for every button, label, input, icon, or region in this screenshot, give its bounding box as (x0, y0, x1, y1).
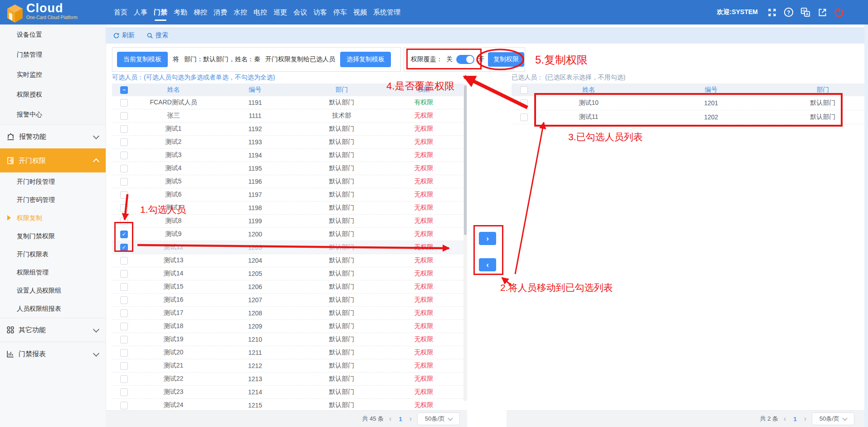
row-checkbox[interactable] (120, 257, 128, 265)
sidebar-item-人员权限组报表[interactable]: 人员权限组报表 (0, 299, 106, 318)
row-checkbox[interactable] (120, 165, 128, 172)
table-row[interactable]: 测试131204默认部门无权限 (112, 254, 463, 267)
move-to-selected-button[interactable]: › (479, 232, 496, 245)
page-scrollbar[interactable] (864, 25, 868, 427)
row-checkbox[interactable] (120, 99, 128, 107)
override-toggle[interactable] (456, 55, 474, 64)
sidebar-section-门禁报表[interactable]: 门禁报表 (0, 342, 106, 366)
search-button[interactable]: 搜索 (146, 31, 168, 39)
table-row[interactable]: 测试31194默认部门无权限 (112, 149, 463, 162)
table-row[interactable]: 测试41195默认部门无权限 (112, 162, 463, 175)
right-prev-page-button[interactable]: ‹ (782, 415, 787, 423)
row-checkbox[interactable] (120, 388, 128, 396)
nav-item-会议[interactable]: 会议 (292, 0, 309, 25)
sidebar-item-报警中心[interactable]: 报警中心 (0, 104, 106, 124)
table-row[interactable]: 测试181209默认部门无权限 (112, 320, 463, 333)
row-checkbox[interactable] (120, 231, 128, 238)
sidebar-item-开门密码管理[interactable]: 开门密码管理 (0, 191, 106, 209)
row-checkbox[interactable] (120, 178, 128, 186)
nav-item-梯控[interactable]: 梯控 (192, 0, 209, 25)
row-checkbox[interactable] (520, 113, 528, 121)
table-row[interactable]: 测试121203默认部门无权限 (112, 241, 463, 254)
table-row[interactable]: 测试81199默认部门无权限 (112, 215, 463, 228)
sidebar-item-门禁管理[interactable]: 门禁管理 (0, 44, 106, 64)
copy-permission-button[interactable]: 复制权限 (488, 52, 524, 67)
scrollbar-thumb[interactable] (464, 85, 467, 235)
row-checkbox[interactable] (120, 362, 128, 370)
table-row[interactable]: 测试61197默认部门无权限 (112, 188, 463, 201)
sidebar-section-报警功能[interactable]: 报警功能 (0, 124, 106, 148)
table-row[interactable]: 测试51196默认部门无权限 (112, 175, 463, 188)
row-checkbox[interactable] (120, 349, 128, 357)
nav-item-首页[interactable]: 首页 (112, 0, 129, 25)
sidebar-item-设备位置[interactable]: 设备位置 (0, 25, 106, 44)
left-page-size-select[interactable]: 50条/页 (417, 412, 460, 425)
sidebar-item-开门时段管理[interactable]: 开门时段管理 (0, 172, 106, 191)
select-all-checkbox[interactable] (520, 86, 528, 94)
table-row[interactable]: 测试191210默认部门无权限 (112, 333, 463, 346)
nav-item-消费[interactable]: 消费 (212, 0, 229, 25)
current-template-button[interactable]: 当前复制模板 (117, 52, 168, 67)
row-checkbox[interactable] (120, 283, 128, 291)
power-icon[interactable] (834, 7, 844, 18)
row-checkbox[interactable] (120, 309, 128, 317)
nav-item-巡更[interactable]: 巡更 (272, 0, 289, 25)
nav-item-人事[interactable]: 人事 (132, 0, 149, 25)
table-row[interactable]: 测试71198默认部门无权限 (112, 201, 463, 215)
move-to-available-button[interactable]: ‹ (479, 258, 496, 271)
table-row[interactable]: 测试171208默认部门无权限 (112, 307, 463, 320)
sidebar-item-权限复制[interactable]: 权限复制 (0, 209, 106, 227)
row-checkbox[interactable] (120, 296, 128, 304)
row-checkbox[interactable] (120, 323, 128, 330)
row-checkbox[interactable] (120, 402, 128, 409)
sidebar-item-开门权限表[interactable]: 开门权限表 (0, 245, 106, 263)
row-checkbox[interactable] (120, 336, 128, 344)
select-all-checkbox[interactable] (120, 86, 128, 94)
nav-item-停车[interactable]: 停车 (332, 0, 349, 25)
sidebar-item-权限组管理[interactable]: 权限组管理 (0, 263, 106, 281)
table-row[interactable]: FCARD测试人员1191默认部门有权限 (112, 96, 463, 109)
nav-item-水控[interactable]: 水控 (232, 0, 249, 25)
nav-item-门禁[interactable]: 门禁 (152, 0, 169, 25)
table-row[interactable]: 测试21193默认部门无权限 (112, 136, 463, 149)
row-checkbox[interactable] (120, 375, 128, 383)
table-row[interactable]: 测试221213默认部门无权限 (112, 373, 463, 386)
table-row[interactable]: 测试11192默认部门无权限 (112, 123, 463, 136)
table-row[interactable]: 测试91200默认部门无权限 (112, 228, 463, 241)
left-current-page[interactable]: 1 (397, 416, 404, 422)
sidebar-section-其它功能[interactable]: 其它功能 (0, 318, 106, 342)
row-checkbox[interactable] (120, 191, 128, 199)
help-icon[interactable]: ? (783, 7, 794, 18)
left-prev-page-button[interactable]: ‹ (388, 415, 393, 423)
nav-item-电控[interactable]: 电控 (252, 0, 269, 25)
select-template-button[interactable]: 选择复制模板 (340, 52, 391, 67)
row-checkbox[interactable] (120, 270, 128, 278)
row-checkbox[interactable] (120, 244, 128, 251)
sidebar-item-复制门禁权限[interactable]: 复制门禁权限 (0, 227, 106, 245)
row-checkbox[interactable] (120, 204, 128, 212)
sidebar-item-实时监控[interactable]: 实时监控 (0, 64, 106, 84)
left-next-page-button[interactable]: › (408, 415, 413, 423)
nav-item-访客[interactable]: 访客 (312, 0, 329, 25)
sidebar-item-设置人员权限组[interactable]: 设置人员权限组 (0, 281, 106, 299)
table-row[interactable]: 测试151206默认部门无权限 (112, 280, 463, 294)
table-row[interactable]: 测试141205默认部门无权限 (112, 267, 463, 280)
sidebar-section-开门权限[interactable]: 开门权限 (0, 148, 106, 172)
table-row[interactable]: 张三1111技术部无权限 (112, 109, 463, 123)
right-current-page[interactable]: 1 (791, 416, 798, 422)
left-table-scrollbar[interactable] (463, 83, 467, 401)
nav-item-考勤[interactable]: 考勤 (172, 0, 189, 25)
row-checkbox[interactable] (120, 125, 128, 133)
translate-icon[interactable]: 中A (800, 7, 811, 18)
right-next-page-button[interactable]: › (803, 415, 808, 423)
table-row[interactable]: 测试201211默认部门无权限 (112, 346, 463, 359)
row-checkbox[interactable] (520, 99, 528, 107)
table-row[interactable]: 测试211212默认部门无权限 (112, 359, 463, 373)
row-checkbox[interactable] (120, 112, 128, 120)
fullscreen-icon[interactable] (766, 7, 777, 18)
table-row[interactable]: 测试101201默认部门 (512, 96, 864, 110)
right-page-size-select[interactable]: 50条/页 (812, 412, 854, 425)
table-row[interactable]: 测试161207默认部门无权限 (112, 294, 463, 307)
row-checkbox[interactable] (120, 217, 128, 225)
nav-item-视频[interactable]: 视频 (351, 0, 369, 25)
